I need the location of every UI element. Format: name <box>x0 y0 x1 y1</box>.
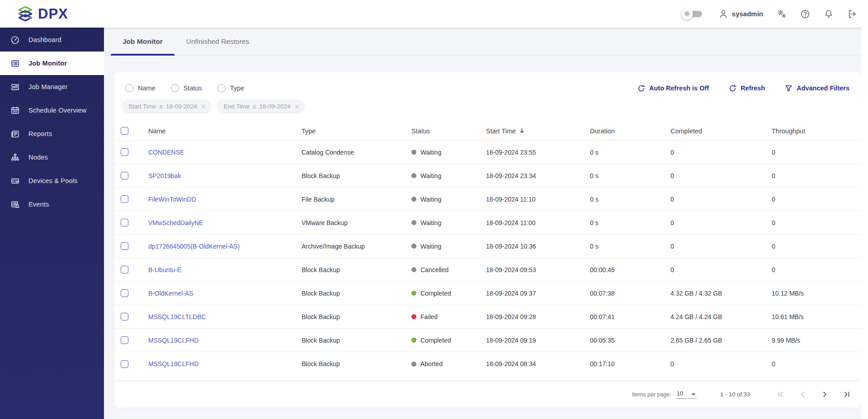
column-header-duration[interactable]: Duration <box>590 127 670 135</box>
logo-text: DPX <box>38 6 68 22</box>
logout-icon[interactable] <box>847 9 857 19</box>
column-header-type[interactable]: Type <box>302 127 411 135</box>
row-checkbox[interactable] <box>121 289 128 297</box>
duration-cell: 00:00:45 <box>590 266 670 273</box>
job-status-cell: Cancelled <box>411 266 486 273</box>
sidebar-item-schedule-overview[interactable]: Schedule Overview <box>0 99 104 122</box>
column-header-label: Status <box>411 127 430 135</box>
sidebar-item-job-monitor[interactable]: Job Monitor <box>0 52 104 75</box>
row-checkbox[interactable] <box>121 195 128 203</box>
job-name-link[interactable]: B-OldKernel-AS <box>148 290 193 297</box>
job-name-link[interactable]: CONDENSE <box>148 149 184 156</box>
column-header-throughput[interactable]: Throughput <box>772 127 855 135</box>
status-label: Completed <box>420 290 451 297</box>
sidebar-item-events[interactable]: Events <box>0 193 104 216</box>
table-row: FileWinToWinDD File Backup Waiting 18-09… <box>114 188 861 211</box>
row-checkbox[interactable] <box>121 313 128 320</box>
job-type-cell: Block Backup <box>302 337 411 344</box>
help-icon[interactable] <box>800 9 810 19</box>
row-checkbox[interactable] <box>121 172 128 179</box>
radio-circle[interactable] <box>125 84 133 92</box>
chip-operator: ≥ <box>160 103 163 110</box>
throughput-cell: 0 <box>772 196 855 203</box>
column-header-status[interactable]: Status <box>411 127 486 135</box>
table-row: CONDENSE Catalog Condense Waiting 18-09-… <box>114 141 861 164</box>
devices-pools-icon <box>10 176 20 186</box>
last-page-button[interactable] <box>843 390 851 399</box>
job-name-link[interactable]: MSSQL19CLTLDBC <box>148 313 206 320</box>
row-checkbox[interactable] <box>121 148 128 156</box>
main-content: Job Monitor Unfinished Restores Name Sta… <box>104 28 868 419</box>
sidebar-item-nodes[interactable]: Nodes <box>0 146 104 169</box>
radio-type[interactable]: Type <box>217 84 244 92</box>
job-status-cell: Aborted <box>411 360 486 367</box>
column-header-label: Duration <box>590 127 615 135</box>
job-name-link[interactable]: MSSQL19CLFHD <box>148 337 198 344</box>
job-name-link[interactable]: VMwSchedDailyNE <box>148 219 203 226</box>
sidebar-item-reports[interactable]: Reports <box>0 122 104 146</box>
row-checkbox[interactable] <box>121 242 128 250</box>
first-page-button <box>776 390 785 399</box>
sidebar-nav: DashboardJob MonitorJob ManagerSchedule … <box>0 28 104 419</box>
column-header-label: Start Time <box>486 127 516 135</box>
items-per-page-select[interactable]: 10 <box>676 390 697 399</box>
notifications-bell-icon[interactable] <box>824 9 834 19</box>
row-checkbox[interactable] <box>121 336 128 344</box>
scrollbar[interactable] <box>861 28 868 419</box>
chip-value: 18-09-2024 <box>166 103 197 110</box>
job-name-link[interactable]: dp1726645005(B-OldKernel-AS) <box>148 243 240 250</box>
tab-job-monitor[interactable]: Job Monitor <box>111 28 175 55</box>
column-header-start-time[interactable]: Start Time <box>486 127 590 135</box>
duration-cell: 0 s <box>590 243 670 250</box>
column-header-label: Name <box>148 127 166 135</box>
system-settings-icon[interactable] <box>777 9 787 19</box>
column-header-label: Type <box>302 127 316 135</box>
chip-close-icon[interactable] <box>200 104 207 110</box>
refresh-button[interactable]: Refresh <box>729 85 765 92</box>
job-name-link[interactable]: FileWinToWinDD <box>148 196 196 203</box>
job-name-link[interactable]: MSSQL19CLFHD <box>148 360 198 367</box>
sidebar-item-label: Nodes <box>28 154 48 161</box>
throughput-cell: 10.12 MB/s <box>772 290 855 297</box>
job-name-link[interactable]: SP2019bak <box>148 172 181 179</box>
start-time-cell: 18-09-2024 09:19 <box>486 337 590 344</box>
column-header-label: Completed <box>670 127 702 135</box>
column-header-name[interactable]: Name <box>148 127 302 135</box>
sidebar-item-job-manager[interactable]: Job Manager <box>0 75 104 99</box>
next-page-button[interactable] <box>821 390 829 399</box>
row-checkbox[interactable] <box>121 266 128 273</box>
topbar: DPX sysadmin <box>0 0 868 28</box>
throughput-cell: 0 <box>772 149 855 156</box>
status-label: Waiting <box>420 172 441 179</box>
sidebar-item-devices-pools[interactable]: Devices & Pools <box>0 169 104 193</box>
table-body: CONDENSE Catalog Condense Waiting 18-09-… <box>114 141 861 376</box>
job-name-link[interactable]: B-Ubuntu-E <box>148 266 181 273</box>
chip-value: 18-09-2024 <box>259 103 290 110</box>
dpx-logo[interactable]: DPX <box>17 5 68 23</box>
schedule-overview-icon <box>10 106 20 115</box>
row-checkbox[interactable] <box>121 219 128 226</box>
user-menu[interactable]: sysadmin <box>718 9 763 19</box>
radio-circle[interactable] <box>217 84 226 92</box>
sidebar-item-dashboard[interactable]: Dashboard <box>0 28 104 52</box>
status-dot <box>411 197 416 202</box>
advanced-filters-button[interactable]: Advanced Filters <box>785 85 849 92</box>
chip-field: End Time <box>224 103 250 110</box>
chip-close-icon[interactable] <box>294 104 300 110</box>
row-checkbox[interactable] <box>121 360 128 368</box>
column-header-completed[interactable]: Completed <box>670 127 772 135</box>
job-type-cell: Block Backup <box>302 266 411 273</box>
radio-name[interactable]: Name <box>125 84 156 92</box>
chip-operator: ≤ <box>253 103 256 110</box>
auto-refresh-is-off-button[interactable]: Auto Refresh is Off <box>637 85 709 92</box>
select-all-checkbox[interactable] <box>121 127 128 135</box>
action-label: Auto Refresh is Off <box>649 85 709 92</box>
nodes-icon <box>10 153 20 162</box>
radio-circle[interactable] <box>171 84 179 92</box>
completed-cell: 0 <box>670 360 772 367</box>
tab-unfinished-restores[interactable]: Unfinished Restores <box>175 28 261 55</box>
settings-mode-toggle[interactable] <box>681 9 702 19</box>
filter-chip-start-time: Start Time ≥ 18-09-2024 <box>122 99 212 113</box>
radio-status[interactable]: Status <box>171 84 202 92</box>
start-time-cell: 18-09-2024 11:10 <box>486 196 590 203</box>
